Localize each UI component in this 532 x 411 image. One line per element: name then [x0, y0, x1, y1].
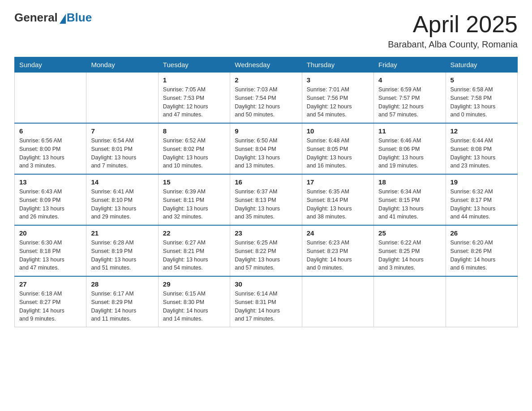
- day-info: Sunrise: 6:30 AM Sunset: 8:18 PM Dayligh…: [19, 239, 82, 272]
- day-number: 6: [19, 127, 82, 135]
- day-number: 10: [307, 127, 369, 135]
- day-number: 21: [91, 229, 153, 237]
- day-number: 4: [378, 76, 441, 84]
- weekday-header-tuesday: Tuesday: [158, 57, 230, 73]
- day-info: Sunrise: 6:37 AM Sunset: 8:13 PM Dayligh…: [235, 188, 297, 221]
- calendar-header-row: SundayMondayTuesdayWednesdayThursdayFrid…: [15, 57, 518, 73]
- calendar-cell: 21Sunrise: 6:28 AM Sunset: 8:19 PM Dayli…: [86, 225, 158, 276]
- calendar-cell: 26Sunrise: 6:20 AM Sunset: 8:26 PM Dayli…: [446, 225, 517, 276]
- day-info: Sunrise: 6:50 AM Sunset: 8:04 PM Dayligh…: [235, 137, 297, 170]
- month-title: April 2025: [388, 11, 518, 38]
- day-info: Sunrise: 6:18 AM Sunset: 8:27 PM Dayligh…: [19, 290, 82, 323]
- calendar-cell: 5Sunrise: 6:58 AM Sunset: 7:58 PM Daylig…: [446, 73, 517, 124]
- calendar-cell: 15Sunrise: 6:39 AM Sunset: 8:11 PM Dayli…: [158, 174, 230, 225]
- calendar-cell: 20Sunrise: 6:30 AM Sunset: 8:18 PM Dayli…: [15, 225, 86, 276]
- calendar-cell: 4Sunrise: 6:59 AM Sunset: 7:57 PM Daylig…: [374, 73, 446, 124]
- calendar-cell: 30Sunrise: 6:14 AM Sunset: 8:31 PM Dayli…: [230, 276, 302, 327]
- day-number: 8: [163, 127, 225, 135]
- logo-blue-text: Blue: [67, 11, 92, 25]
- calendar-cell: 29Sunrise: 6:15 AM Sunset: 8:30 PM Dayli…: [158, 276, 230, 327]
- day-info: Sunrise: 6:46 AM Sunset: 8:06 PM Dayligh…: [378, 137, 441, 170]
- day-info: Sunrise: 6:54 AM Sunset: 8:01 PM Dayligh…: [91, 137, 153, 170]
- calendar-cell: 16Sunrise: 6:37 AM Sunset: 8:13 PM Dayli…: [230, 174, 302, 225]
- day-number: 25: [378, 229, 441, 237]
- calendar-cell: [86, 73, 158, 124]
- calendar-week-row: 6Sunrise: 6:56 AM Sunset: 8:00 PM Daylig…: [15, 123, 518, 174]
- day-number: 24: [307, 229, 369, 237]
- weekday-header-saturday: Saturday: [446, 57, 517, 73]
- day-info: Sunrise: 6:28 AM Sunset: 8:19 PM Dayligh…: [91, 239, 153, 272]
- weekday-header-friday: Friday: [374, 57, 446, 73]
- calendar-cell: 7Sunrise: 6:54 AM Sunset: 8:01 PM Daylig…: [86, 123, 158, 174]
- day-number: 30: [235, 280, 297, 288]
- calendar-table: SundayMondayTuesdayWednesdayThursdayFrid…: [14, 57, 518, 327]
- day-number: 15: [163, 178, 225, 186]
- day-number: 23: [235, 229, 297, 237]
- day-number: 1: [163, 76, 225, 84]
- day-info: Sunrise: 6:34 AM Sunset: 8:15 PM Dayligh…: [378, 188, 441, 221]
- day-number: 14: [91, 178, 153, 186]
- calendar-week-row: 20Sunrise: 6:30 AM Sunset: 8:18 PM Dayli…: [15, 225, 518, 276]
- weekday-header-monday: Monday: [86, 57, 158, 73]
- title-section: April 2025 Barabant, Alba County, Romani…: [388, 11, 518, 50]
- day-number: 26: [450, 229, 513, 237]
- day-info: Sunrise: 6:58 AM Sunset: 7:58 PM Dayligh…: [450, 86, 513, 119]
- day-info: Sunrise: 6:27 AM Sunset: 8:21 PM Dayligh…: [163, 239, 225, 272]
- calendar-cell: 17Sunrise: 6:35 AM Sunset: 8:14 PM Dayli…: [302, 174, 373, 225]
- day-number: 12: [450, 127, 513, 135]
- day-number: 28: [91, 280, 153, 288]
- day-info: Sunrise: 6:22 AM Sunset: 8:25 PM Dayligh…: [378, 239, 441, 272]
- calendar-cell: 11Sunrise: 6:46 AM Sunset: 8:06 PM Dayli…: [374, 123, 446, 174]
- day-info: Sunrise: 6:43 AM Sunset: 8:09 PM Dayligh…: [19, 188, 82, 221]
- day-info: Sunrise: 6:15 AM Sunset: 8:30 PM Dayligh…: [163, 290, 225, 323]
- calendar-cell: 25Sunrise: 6:22 AM Sunset: 8:25 PM Dayli…: [374, 225, 446, 276]
- weekday-header-thursday: Thursday: [302, 57, 373, 73]
- day-number: 16: [235, 178, 297, 186]
- calendar-cell: 8Sunrise: 6:52 AM Sunset: 8:02 PM Daylig…: [158, 123, 230, 174]
- calendar-cell: 19Sunrise: 6:32 AM Sunset: 8:17 PM Dayli…: [446, 174, 517, 225]
- calendar-week-row: 13Sunrise: 6:43 AM Sunset: 8:09 PM Dayli…: [15, 174, 518, 225]
- calendar-cell: 10Sunrise: 6:48 AM Sunset: 8:05 PM Dayli…: [302, 123, 373, 174]
- calendar-cell: 22Sunrise: 6:27 AM Sunset: 8:21 PM Dayli…: [158, 225, 230, 276]
- day-info: Sunrise: 6:17 AM Sunset: 8:29 PM Dayligh…: [91, 290, 153, 323]
- calendar-cell: 27Sunrise: 6:18 AM Sunset: 8:27 PM Dayli…: [15, 276, 86, 327]
- calendar-cell: [302, 276, 373, 327]
- day-info: Sunrise: 6:52 AM Sunset: 8:02 PM Dayligh…: [163, 137, 225, 170]
- day-info: Sunrise: 6:48 AM Sunset: 8:05 PM Dayligh…: [307, 137, 369, 170]
- day-info: Sunrise: 6:32 AM Sunset: 8:17 PM Dayligh…: [450, 188, 513, 221]
- day-number: 5: [450, 76, 513, 84]
- page-header: General Blue April 2025 Barabant, Alba C…: [14, 11, 518, 50]
- day-info: Sunrise: 6:59 AM Sunset: 7:57 PM Dayligh…: [378, 86, 441, 119]
- day-number: 7: [91, 127, 153, 135]
- day-info: Sunrise: 6:25 AM Sunset: 8:22 PM Dayligh…: [235, 239, 297, 272]
- logo-triangle-icon: [60, 14, 66, 24]
- day-number: 3: [307, 76, 369, 84]
- calendar-cell: 13Sunrise: 6:43 AM Sunset: 8:09 PM Dayli…: [15, 174, 86, 225]
- day-number: 2: [235, 76, 297, 84]
- calendar-cell: 3Sunrise: 7:01 AM Sunset: 7:56 PM Daylig…: [302, 73, 373, 124]
- calendar-cell: 12Sunrise: 6:44 AM Sunset: 8:08 PM Dayli…: [446, 123, 517, 174]
- calendar-cell: 24Sunrise: 6:23 AM Sunset: 8:23 PM Dayli…: [302, 225, 373, 276]
- day-number: 17: [307, 178, 369, 186]
- day-info: Sunrise: 6:41 AM Sunset: 8:10 PM Dayligh…: [91, 188, 153, 221]
- calendar-cell: 9Sunrise: 6:50 AM Sunset: 8:04 PM Daylig…: [230, 123, 302, 174]
- calendar-cell: 6Sunrise: 6:56 AM Sunset: 8:00 PM Daylig…: [15, 123, 86, 174]
- day-number: 18: [378, 178, 441, 186]
- day-number: 11: [378, 127, 441, 135]
- weekday-header-sunday: Sunday: [15, 57, 86, 73]
- calendar-cell: 23Sunrise: 6:25 AM Sunset: 8:22 PM Dayli…: [230, 225, 302, 276]
- calendar-week-row: 1Sunrise: 7:05 AM Sunset: 7:53 PM Daylig…: [15, 73, 518, 124]
- day-info: Sunrise: 7:03 AM Sunset: 7:54 PM Dayligh…: [235, 86, 297, 119]
- day-number: 9: [235, 127, 297, 135]
- day-info: Sunrise: 6:14 AM Sunset: 8:31 PM Dayligh…: [235, 290, 297, 323]
- weekday-header-wednesday: Wednesday: [230, 57, 302, 73]
- calendar-week-row: 27Sunrise: 6:18 AM Sunset: 8:27 PM Dayli…: [15, 276, 518, 327]
- calendar-cell: [446, 276, 517, 327]
- day-info: Sunrise: 6:56 AM Sunset: 8:00 PM Dayligh…: [19, 137, 82, 170]
- location-title: Barabant, Alba County, Romania: [388, 39, 518, 50]
- day-number: 27: [19, 280, 82, 288]
- day-number: 29: [163, 280, 225, 288]
- day-number: 13: [19, 178, 82, 186]
- day-info: Sunrise: 6:44 AM Sunset: 8:08 PM Dayligh…: [450, 137, 513, 170]
- day-info: Sunrise: 6:39 AM Sunset: 8:11 PM Dayligh…: [163, 188, 225, 221]
